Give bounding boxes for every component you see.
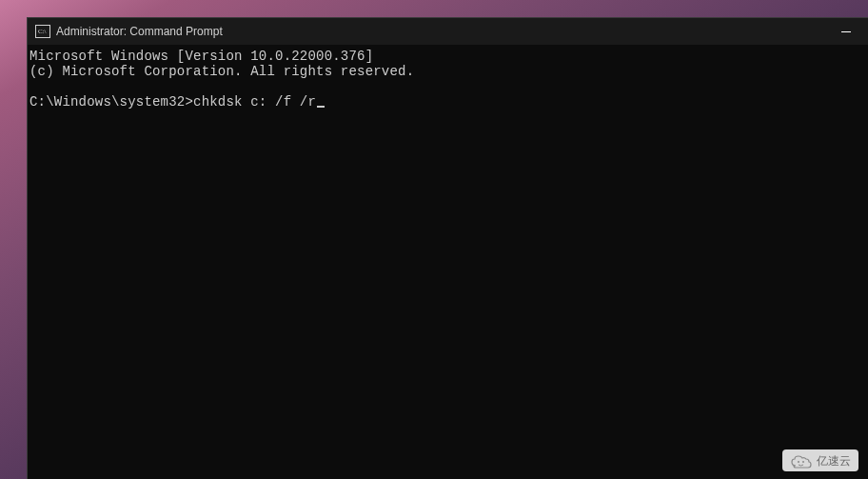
command-prompt-window: C:\ Administrator: Command Prompt Micros… xyxy=(27,17,868,479)
watermark-text: 亿速云 xyxy=(817,453,851,469)
prompt-line: C:\Windows\system32>chkdsk c: /f /r xyxy=(30,94,866,110)
minimize-button[interactable] xyxy=(824,18,868,45)
svg-point-2 xyxy=(798,461,799,463)
window-titlebar[interactable]: C:\ Administrator: Command Prompt xyxy=(28,18,868,45)
cloud-icon xyxy=(790,454,813,469)
cursor xyxy=(317,106,325,108)
version-line: Microsoft Windows [Version 10.0.22000.37… xyxy=(30,49,866,64)
svg-point-3 xyxy=(802,461,804,463)
window-controls xyxy=(824,18,868,45)
watermark: 亿速云 xyxy=(782,449,858,471)
window-title: Administrator: Command Prompt xyxy=(56,25,223,38)
svg-text:C:\: C:\ xyxy=(38,28,47,35)
minimize-icon xyxy=(841,31,851,32)
prompt-path: C:\Windows\system32> xyxy=(30,94,193,110)
cmd-icon: C:\ xyxy=(35,25,50,38)
terminal-output[interactable]: Microsoft Windows [Version 10.0.22000.37… xyxy=(28,45,868,479)
copyright-line: (c) Microsoft Corporation. All rights re… xyxy=(30,64,866,79)
command-input[interactable]: chkdsk c: /f /r xyxy=(193,94,316,110)
